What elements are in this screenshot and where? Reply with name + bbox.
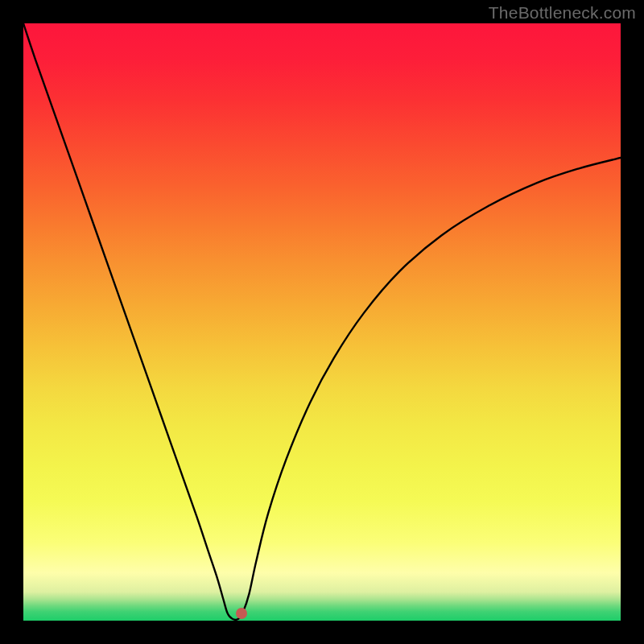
- plot-area: [23, 23, 621, 621]
- optimal-point-marker: [236, 608, 247, 619]
- attribution-label: TheBottleneck.com: [489, 3, 636, 23]
- curve-layer: [23, 23, 621, 621]
- chart-frame: TheBottleneck.com: [0, 0, 644, 644]
- bottleneck-curve: [23, 23, 621, 620]
